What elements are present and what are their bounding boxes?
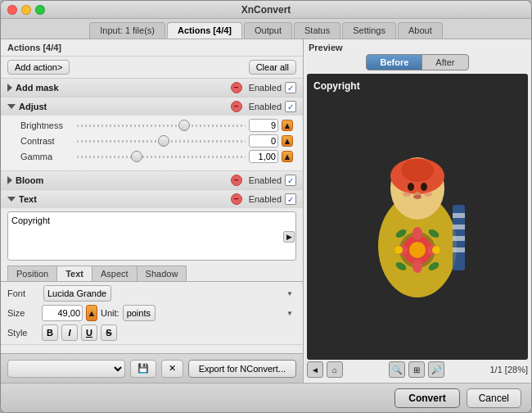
tab-about[interactable]: About — [398, 22, 443, 39]
preview-tab-after[interactable]: After — [422, 54, 468, 70]
convert-button[interactable]: Convert — [394, 388, 459, 408]
actions-header-label: Actions [4/4] — [7, 43, 61, 52]
svg-point-23 — [394, 246, 403, 254]
gamma-slider[interactable] — [77, 152, 246, 161]
svg-rect-27 — [453, 225, 465, 229]
close-button[interactable] — [7, 5, 17, 15]
action-header-text[interactable]: Text − Enabled — [1, 190, 303, 208]
preview-nav: ◄ ⌂ 🔍 ⊞ 🔎 1/1 [28%] — [307, 360, 528, 379]
svg-point-7 — [421, 183, 427, 191]
preset-select[interactable] — [7, 360, 125, 378]
clear-all-button[interactable]: Clear all — [249, 60, 296, 75]
action-name-bloom: Bloom — [16, 175, 228, 185]
right-panel: Preview Before After Copyright — [304, 39, 531, 383]
contrast-thumb[interactable] — [158, 135, 169, 147]
svg-rect-28 — [453, 236, 465, 241]
title-bar: XnConvert — [1, 1, 531, 19]
add-action-button[interactable]: Add action> — [7, 60, 70, 75]
gamma-stepper[interactable]: ▲ — [282, 151, 293, 162]
contrast-label: Contrast — [20, 136, 74, 146]
brightness-input[interactable] — [249, 119, 278, 132]
action-name-add-mask: Add mask — [16, 83, 228, 93]
preview-tab-before[interactable]: Before — [366, 54, 422, 70]
sub-tab-aspect[interactable]: Aspect — [92, 266, 138, 281]
gamma-row: Gamma ▲ — [20, 150, 293, 163]
tab-settings[interactable]: Settings — [342, 22, 396, 39]
style-strikethrough-button[interactable]: S — [101, 324, 117, 341]
tab-status[interactable]: Status — [294, 22, 340, 39]
contrast-stepper[interactable]: ▲ — [282, 135, 293, 147]
export-button[interactable]: Export for NConvert... — [188, 360, 296, 378]
zoom-fit-button[interactable]: ⊞ — [408, 361, 425, 378]
enabled-checkbox-text[interactable] — [285, 193, 296, 205]
contrast-slider[interactable] — [77, 136, 246, 146]
enabled-label-add-mask: Enabled — [249, 83, 282, 93]
remove-text-button[interactable]: − — [231, 193, 242, 205]
tab-output[interactable]: Output — [244, 22, 292, 39]
sub-tab-text[interactable]: Text — [56, 266, 92, 281]
preview-tabs: Before After — [307, 54, 528, 70]
unit-select[interactable]: points — [123, 305, 156, 321]
size-input[interactable] — [42, 305, 83, 321]
tab-actions[interactable]: Actions [4/4] — [167, 22, 242, 39]
preview-label: Preview — [307, 43, 528, 54]
font-select[interactable]: Lucida Grande — [43, 285, 111, 302]
unit-select-wrapper: points — [123, 305, 296, 321]
nav-prev-button[interactable]: ◄ — [307, 361, 323, 378]
gamma-track-bg — [77, 156, 246, 158]
sub-tab-position[interactable]: Position — [7, 266, 57, 281]
svg-point-14 — [409, 242, 426, 258]
svg-rect-26 — [453, 213, 465, 218]
style-italic-button[interactable]: I — [61, 324, 78, 341]
delete-preset-button[interactable]: ✕ — [161, 360, 183, 378]
enabled-label-text: Enabled — [249, 194, 282, 204]
style-row: Style B I U S — [7, 324, 296, 341]
doll-image — [356, 131, 479, 303]
size-label: Size — [7, 308, 38, 318]
remove-adjust-button[interactable]: − — [231, 101, 242, 112]
style-bold-button[interactable]: B — [42, 324, 58, 341]
text-area-container: Copyright ▶ — [7, 211, 296, 262]
zoom-out-button[interactable]: 🔍 — [389, 361, 405, 378]
font-row: Font Lucida Grande — [7, 285, 296, 302]
enabled-checkbox-add-mask[interactable] — [285, 82, 296, 93]
tab-input[interactable]: Input: 1 file(s) — [89, 22, 165, 39]
sub-tab-shadow[interactable]: Shadow — [137, 266, 187, 281]
cancel-button[interactable]: Cancel — [467, 388, 521, 408]
action-header-bloom[interactable]: Bloom − Enabled — [1, 171, 303, 189]
zoom-in-button[interactable]: 🔎 — [428, 361, 444, 378]
action-row-bloom: Bloom − Enabled — [1, 171, 303, 190]
action-header-add-mask[interactable]: Add mask − Enabled — [1, 79, 303, 97]
contrast-input[interactable] — [249, 134, 278, 148]
footer: Convert Cancel — [1, 383, 531, 412]
style-underline-button[interactable]: U — [81, 324, 97, 341]
svg-point-9 — [415, 192, 420, 195]
save-preset-button[interactable]: 💾 — [130, 360, 156, 378]
gamma-input[interactable] — [249, 150, 278, 163]
remove-add-mask-button[interactable]: − — [231, 82, 242, 93]
action-row-adjust: Adjust − Enabled Brightness — [1, 98, 303, 171]
svg-point-16 — [413, 260, 422, 273]
brightness-thumb[interactable] — [178, 120, 190, 131]
brightness-track-bg — [77, 125, 246, 127]
brightness-slider[interactable] — [77, 120, 246, 130]
style-label: Style — [7, 328, 38, 338]
action-header-adjust[interactable]: Adjust − Enabled — [1, 98, 303, 116]
preview-zoom-controls: 🔍 ⊞ 🔎 — [389, 361, 444, 378]
text-area-expand-button[interactable]: ▶ — [283, 231, 295, 243]
unit-label: Unit: — [101, 308, 119, 318]
tab-bar: Input: 1 file(s) Actions [4/4] Output St… — [1, 19, 531, 39]
remove-bloom-button[interactable]: − — [231, 175, 242, 186]
minimize-button[interactable] — [21, 5, 31, 15]
svg-point-11 — [424, 192, 432, 197]
size-stepper[interactable]: ▲ — [86, 305, 97, 321]
left-panel: Actions [4/4] Add action> Clear all Add … — [1, 39, 304, 383]
enabled-checkbox-bloom[interactable] — [285, 175, 296, 186]
text-input[interactable]: Copyright — [7, 211, 296, 261]
maximize-button[interactable] — [35, 5, 45, 15]
gamma-thumb[interactable] — [131, 151, 142, 162]
brightness-stepper[interactable]: ▲ — [282, 120, 293, 131]
nav-home-button[interactable]: ⌂ — [327, 361, 343, 378]
enabled-checkbox-adjust[interactable] — [285, 101, 296, 112]
expand-icon-bloom — [7, 176, 12, 184]
